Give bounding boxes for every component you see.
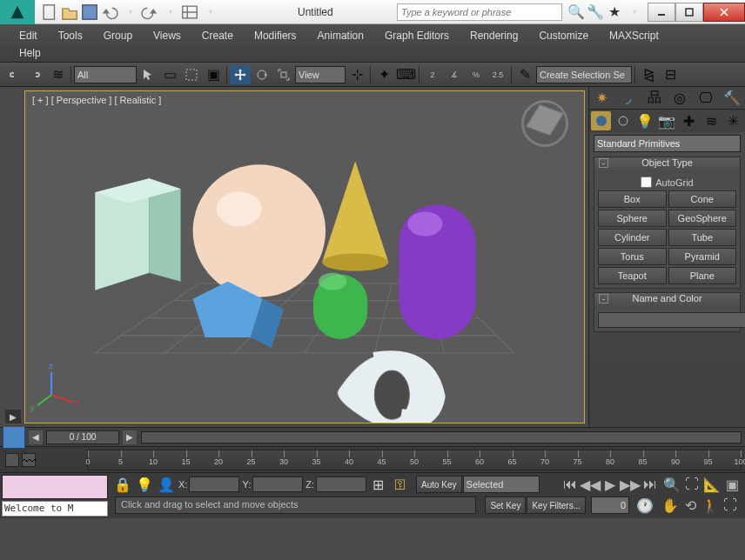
snap-percent-icon[interactable]: % bbox=[466, 65, 487, 84]
undo-dropdown-icon[interactable] bbox=[120, 3, 139, 21]
window-crossing-icon[interactable]: ▣ bbox=[203, 65, 224, 84]
keyfilters-button[interactable]: Key Filters... bbox=[527, 497, 586, 514]
workspace-dropdown-icon[interactable] bbox=[200, 3, 219, 21]
modify-tab-icon[interactable]: ◞ bbox=[618, 89, 639, 108]
play-icon[interactable]: ▶ bbox=[601, 475, 620, 494]
fov-icon[interactable]: 📐 bbox=[702, 475, 722, 494]
undo-icon[interactable] bbox=[100, 3, 119, 21]
primitive-cone-button[interactable]: Cone bbox=[668, 190, 737, 208]
primitive-cylinder-button[interactable]: Cylinder bbox=[598, 229, 667, 246]
mirror-icon[interactable]: ⧎ bbox=[638, 65, 659, 84]
pivot-icon[interactable]: ⊹ bbox=[346, 65, 367, 84]
primitive-geosphere-button[interactable]: GeoSphere bbox=[668, 210, 737, 227]
menu-maxscript[interactable]: MAXScript bbox=[599, 28, 669, 43]
key-mode-select[interactable]: Selected bbox=[463, 476, 540, 493]
collapse-icon[interactable]: - bbox=[599, 294, 608, 303]
tools-icon[interactable]: 🔧 bbox=[587, 3, 604, 21]
menu-animation[interactable]: Animation bbox=[307, 28, 374, 43]
minimize-button[interactable] bbox=[648, 3, 675, 22]
menu-group[interactable]: Group bbox=[93, 28, 143, 43]
coord-z-input[interactable] bbox=[316, 477, 366, 492]
motion-tab-icon[interactable]: ◎ bbox=[669, 89, 690, 108]
curve-editor-icon[interactable] bbox=[5, 453, 19, 467]
snap-2d-icon[interactable]: 2 bbox=[422, 65, 443, 84]
time-config-icon[interactable]: 🕐 bbox=[634, 496, 655, 515]
align-icon[interactable]: ⊟ bbox=[660, 65, 681, 84]
time-ruler[interactable]: 0510152025303540455055606570758085909510… bbox=[87, 450, 742, 470]
binoculars-icon[interactable]: 🔍 bbox=[567, 3, 585, 21]
display-tab-icon[interactable]: 🖵 bbox=[695, 89, 716, 108]
spinner-snap-icon[interactable]: 2.5 bbox=[487, 65, 508, 84]
orbit-icon[interactable]: ⟲ bbox=[681, 496, 700, 515]
redo-dropdown-icon[interactable] bbox=[160, 3, 179, 21]
edit-named-icon[interactable]: ✎ bbox=[514, 65, 535, 84]
rollout-header-object-type[interactable]: - Object Type bbox=[594, 157, 740, 173]
help-search-input[interactable] bbox=[397, 3, 562, 21]
max-viewport-icon[interactable]: ⛶ bbox=[721, 496, 740, 515]
primitive-torus-button[interactable]: Torus bbox=[598, 248, 667, 265]
geometry-category-icon[interactable] bbox=[591, 111, 611, 130]
ref-coord-select[interactable]: View bbox=[295, 66, 346, 83]
save-icon[interactable] bbox=[80, 3, 99, 21]
minimap[interactable] bbox=[2, 475, 108, 499]
shapes-category-icon[interactable] bbox=[613, 111, 633, 130]
keyboard-shortcut-icon[interactable]: ⌨ bbox=[395, 65, 416, 84]
select-object-icon[interactable] bbox=[138, 65, 158, 84]
select-region-icon[interactable] bbox=[181, 65, 202, 84]
named-selection-select[interactable]: Create Selection Se bbox=[536, 66, 632, 83]
primitive-sphere-button[interactable]: Sphere bbox=[598, 210, 667, 227]
select-manipulate-icon[interactable]: ✦ bbox=[373, 65, 394, 84]
menu-customize[interactable]: Customize bbox=[528, 28, 599, 43]
app-menu-button[interactable] bbox=[0, 0, 35, 24]
primitive-box-button[interactable]: Box bbox=[598, 190, 667, 208]
isolate-icon[interactable]: 💡 bbox=[135, 476, 154, 493]
pan-icon[interactable]: ✋ bbox=[661, 496, 680, 515]
frame-indicator[interactable]: 0 / 100 bbox=[46, 430, 119, 444]
time-slider-track[interactable] bbox=[141, 431, 742, 443]
frame-next-icon[interactable]: ▶ bbox=[123, 430, 137, 444]
redo-icon[interactable] bbox=[140, 3, 159, 21]
primitive-tube-button[interactable]: Tube bbox=[668, 229, 737, 246]
coord-x-input[interactable] bbox=[189, 477, 239, 492]
frame-prev-icon[interactable]: ◀ bbox=[29, 430, 43, 444]
rotate-icon[interactable] bbox=[252, 65, 272, 84]
current-frame-input[interactable] bbox=[591, 497, 629, 514]
menu-help[interactable]: Help bbox=[9, 45, 736, 61]
snap-angle-icon[interactable]: ∡ bbox=[444, 65, 465, 84]
spacewarps-category-icon[interactable]: ≋ bbox=[701, 111, 721, 130]
new-icon[interactable] bbox=[40, 3, 59, 21]
bind-spacewarp-icon[interactable]: ≋ bbox=[47, 65, 68, 84]
autogrid-checkbox[interactable] bbox=[641, 177, 652, 188]
goto-start-icon[interactable]: ⏮ bbox=[560, 475, 580, 494]
menu-tools[interactable]: Tools bbox=[48, 28, 93, 43]
primitive-category-select[interactable]: Standard Primitives bbox=[594, 135, 741, 152]
help-dropdown-icon[interactable] bbox=[625, 3, 642, 21]
hierarchy-tab-icon[interactable]: 品 bbox=[644, 89, 665, 108]
time-slider-thumb[interactable] bbox=[3, 426, 25, 449]
cameras-category-icon[interactable]: 📷 bbox=[657, 111, 677, 130]
zoom-all-icon[interactable]: ⛶ bbox=[682, 475, 701, 494]
selection-lock-icon[interactable]: 👤 bbox=[157, 476, 176, 493]
menu-create[interactable]: Create bbox=[191, 28, 244, 43]
primitive-plane-button[interactable]: Plane bbox=[668, 267, 737, 284]
primitive-teapot-button[interactable]: Teapot bbox=[598, 267, 667, 284]
menu-rendering[interactable]: Rendering bbox=[460, 28, 528, 43]
menu-views[interactable]: Views bbox=[143, 28, 191, 43]
menu-edit[interactable]: Edit bbox=[9, 28, 48, 43]
key-mode-icon[interactable]: ⚿ bbox=[391, 476, 410, 493]
maxscript-listener[interactable]: Welcome to M bbox=[2, 501, 108, 517]
move-icon[interactable] bbox=[230, 65, 251, 84]
helpers-category-icon[interactable]: ✚ bbox=[679, 111, 699, 130]
open-icon[interactable] bbox=[60, 3, 79, 21]
prev-frame-icon[interactable]: ◀◀ bbox=[581, 475, 600, 494]
selection-filter-select[interactable]: All bbox=[74, 66, 137, 83]
utilities-tab-icon[interactable]: 🔨 bbox=[722, 89, 742, 108]
rollout-header-name-color[interactable]: - Name and Color bbox=[594, 293, 740, 309]
systems-category-icon[interactable]: ✳ bbox=[723, 111, 743, 130]
create-tab-icon[interactable]: ✷ bbox=[592, 89, 613, 108]
unlink-icon[interactable] bbox=[25, 65, 46, 84]
menu-graph-editors[interactable]: Graph Editors bbox=[374, 28, 460, 43]
lights-category-icon[interactable]: 💡 bbox=[635, 111, 655, 130]
walk-icon[interactable]: 🚶 bbox=[701, 496, 720, 515]
autokey-button[interactable]: Auto Key bbox=[416, 476, 462, 493]
